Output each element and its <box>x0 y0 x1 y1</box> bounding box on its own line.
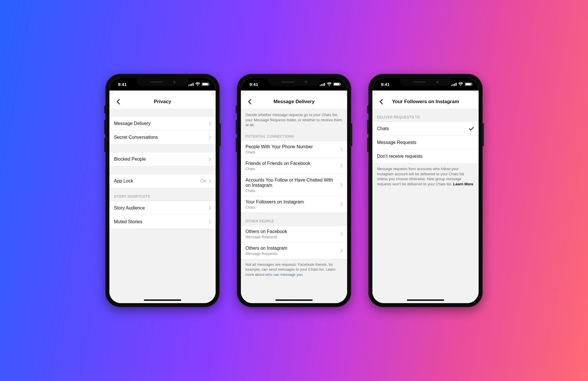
row-accounts-you-follow[interactable]: Accounts You Follow or Have Chatted With… <box>241 174 347 196</box>
row-sub: Message Requests <box>245 251 287 256</box>
footer-text: Not all messages are requests: Facebook … <box>241 259 347 281</box>
notch <box>400 78 451 86</box>
svg-rect-1 <box>190 84 191 86</box>
status-time: 9:41 <box>118 82 127 87</box>
row-message-delivery[interactable]: Message Delivery <box>109 117 216 130</box>
option-dont-receive[interactable]: Don't receive requests <box>372 149 479 163</box>
row-phone-number[interactable]: People With Your Phone Number Chats <box>241 141 347 158</box>
back-button[interactable] <box>112 95 124 109</box>
row-others-instagram[interactable]: Others on Instagram Message Requests <box>241 243 347 259</box>
svg-rect-10 <box>324 83 325 86</box>
svg-rect-8 <box>321 84 322 86</box>
cellular-icon <box>320 83 325 86</box>
svg-rect-7 <box>320 85 321 86</box>
notch <box>268 78 320 86</box>
row-label: People With Your Phone Number <box>245 144 313 149</box>
battery-icon <box>202 82 209 86</box>
row-secret-conversations[interactable]: Secret Conversations <box>109 130 216 144</box>
row-your-followers[interactable]: Your Followers on Instagram Chats <box>241 196 347 213</box>
chevron-left-icon <box>379 99 383 105</box>
row-label: Others on Instagram <box>245 246 287 251</box>
svg-rect-20 <box>472 84 472 85</box>
chevron-right-icon <box>209 206 211 210</box>
chevron-right-icon <box>340 202 343 206</box>
option-message-requests[interactable]: Message Requests <box>372 136 479 149</box>
chevron-right-icon <box>340 232 343 236</box>
row-friends-of-friends[interactable]: Friends of Friends on Facebook Chats <box>241 158 347 174</box>
row-blocked-people[interactable]: Blocked People <box>109 152 216 166</box>
volume-down <box>236 138 237 152</box>
mute-switch <box>104 105 105 113</box>
chevron-right-icon <box>340 249 343 253</box>
status-time: 9:41 <box>249 82 258 87</box>
back-button[interactable] <box>244 95 255 109</box>
status-icons <box>320 82 341 86</box>
home-indicator[interactable] <box>144 299 181 301</box>
page-title: Privacy <box>154 99 171 105</box>
row-label: Story Audience <box>114 205 145 211</box>
power-button <box>483 123 484 146</box>
volume-down <box>104 138 105 152</box>
wifi-icon <box>327 82 332 86</box>
battery-icon <box>333 82 341 86</box>
svg-rect-14 <box>451 85 452 86</box>
svg-rect-6 <box>209 84 209 85</box>
chevron-right-icon <box>340 147 343 151</box>
phone-your-followers: 9:41 Your Followers on Instagram Deliver… <box>368 74 483 307</box>
svg-rect-5 <box>202 83 208 85</box>
row-sub: Chats <box>245 205 304 209</box>
row-value: On <box>200 178 206 184</box>
chevron-left-icon <box>248 99 252 105</box>
svg-rect-19 <box>465 83 471 85</box>
option-chats[interactable]: Chats <box>372 122 479 136</box>
status-icons <box>188 82 209 86</box>
who-can-message-link[interactable]: who can message you <box>265 272 302 277</box>
notch <box>137 78 188 86</box>
back-button[interactable] <box>375 95 387 109</box>
volume-up <box>367 120 368 134</box>
section-header-other-people: Other People <box>241 213 347 226</box>
battery-icon <box>465 82 472 86</box>
chevron-right-icon <box>340 183 343 187</box>
power-button <box>220 123 221 146</box>
section-header-potential-connections: Potential Connections <box>241 132 347 141</box>
power-button <box>351 123 352 146</box>
home-indicator[interactable] <box>275 299 313 301</box>
navbar: Your Followers on Instagram <box>372 95 479 109</box>
svg-rect-16 <box>454 84 455 86</box>
footer-body: Message requests from accounts who follo… <box>377 167 464 186</box>
svg-rect-2 <box>191 84 192 86</box>
row-label: Muted Stories <box>114 219 142 224</box>
navbar: Privacy <box>109 95 216 109</box>
volume-up <box>104 120 105 134</box>
row-app-lock[interactable]: App Lock On <box>109 174 216 188</box>
cellular-icon <box>451 83 457 86</box>
status-time: 9:41 <box>381 82 390 87</box>
footer-text: Message requests from accounts who follo… <box>372 163 479 190</box>
chevron-right-icon <box>209 157 211 161</box>
row-label: Accounts You Follow or Have Chatted With… <box>245 178 337 188</box>
chevron-right-icon <box>209 135 211 139</box>
row-others-facebook[interactable]: Others on Facebook Message Requests <box>241 226 347 243</box>
option-label: Chats <box>377 126 389 131</box>
wifi-icon <box>458 82 463 86</box>
status-icons <box>451 82 472 86</box>
option-label: Don't receive requests <box>377 154 423 159</box>
learn-more-link[interactable]: Learn More <box>453 182 473 186</box>
check-icon <box>469 127 474 131</box>
row-sub: Message Requests <box>245 235 287 239</box>
row-story-audience[interactable]: Story Audience <box>109 201 216 215</box>
option-label: Message Requests <box>377 140 416 145</box>
row-label: Message Delivery <box>114 121 150 126</box>
svg-rect-17 <box>456 83 457 86</box>
home-indicator[interactable] <box>407 299 444 301</box>
row-sub: Chats <box>245 150 313 154</box>
page-title: Your Followers on Instagram <box>392 99 459 105</box>
row-muted-stories[interactable]: Muted Stories <box>109 215 216 229</box>
svg-rect-0 <box>188 85 189 86</box>
intro-text: Decide whether message requests go to yo… <box>241 109 347 132</box>
row-label: Blocked People <box>114 157 146 162</box>
row-label: Your Followers on Instagram <box>245 199 304 205</box>
volume-down <box>367 138 368 152</box>
row-label: App Lock <box>114 178 133 184</box>
